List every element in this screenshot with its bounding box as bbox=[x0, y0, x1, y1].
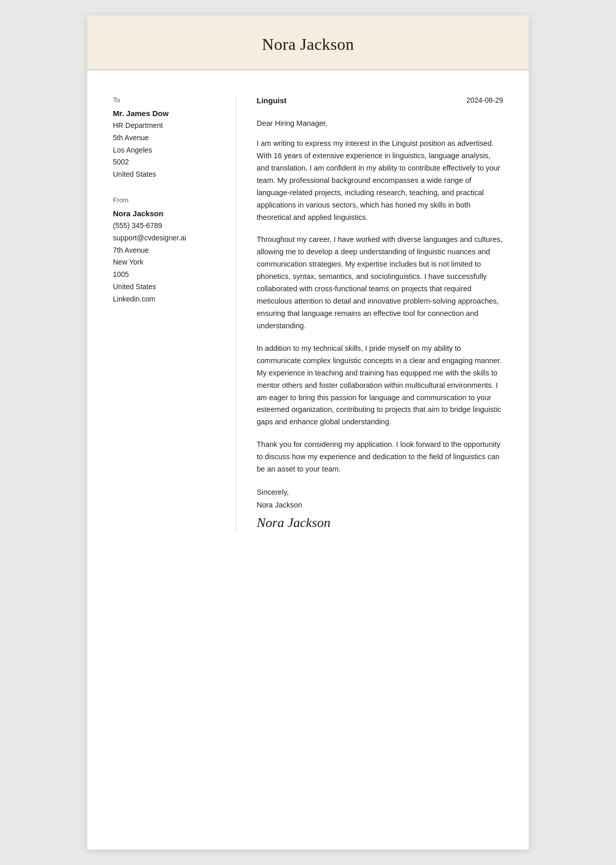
job-title: Linguist bbox=[257, 96, 286, 105]
address-line-5: United States bbox=[113, 168, 220, 181]
sender-street: 7th Avenue bbox=[113, 245, 220, 257]
body-paragraph-2: Throughout my career, I have worked with… bbox=[257, 234, 503, 332]
sender-linkedin: Linkedin.com bbox=[113, 293, 220, 306]
body-paragraph-4: Thank you for considering my application… bbox=[257, 439, 503, 476]
sender-details: (555) 345-6789 support@cvdesigner.ai 7th… bbox=[113, 220, 220, 306]
recipient-address: HR Department 5th Avenue Los Angeles 500… bbox=[113, 120, 220, 181]
to-section: To Mr. James Dow HR Department 5th Avenu… bbox=[113, 96, 220, 181]
from-label: From bbox=[113, 196, 220, 204]
right-column: Linguist 2024-08-29 Dear Hiring Manager,… bbox=[236, 96, 529, 531]
address-line-4: 5002 bbox=[113, 156, 220, 168]
to-label: To bbox=[113, 96, 220, 104]
sender-postal: 1005 bbox=[113, 269, 220, 281]
signature: Nora Jackson bbox=[257, 515, 503, 531]
letter-date: 2024-08-29 bbox=[466, 96, 503, 104]
cover-letter-page: Nora Jackson To Mr. James Dow HR Departm… bbox=[87, 15, 529, 850]
closing-name: Nora Jackson bbox=[257, 499, 503, 512]
closing-block: Sincerely, Nora Jackson bbox=[257, 486, 503, 511]
from-section: From Nora Jackson (555) 345-6789 support… bbox=[113, 196, 220, 306]
sender-email: support@cvdesigner.ai bbox=[113, 232, 220, 245]
address-line-3: Los Angeles bbox=[113, 144, 220, 157]
applicant-name: Nora Jackson bbox=[108, 35, 508, 54]
address-line-1: HR Department bbox=[113, 120, 220, 132]
body-paragraph-1: I am writing to express my interest in t… bbox=[257, 138, 503, 223]
sender-name: Nora Jackson bbox=[113, 209, 220, 218]
closing-word: Sincerely, bbox=[257, 486, 503, 499]
page-header: Nora Jackson bbox=[87, 15, 529, 70]
job-title-row: Linguist 2024-08-29 bbox=[257, 96, 503, 105]
letter-content: To Mr. James Dow HR Department 5th Avenu… bbox=[87, 70, 529, 556]
address-line-2: 5th Avenue bbox=[113, 132, 220, 144]
sender-city: New York bbox=[113, 256, 220, 269]
sender-country: United States bbox=[113, 281, 220, 293]
body-paragraph-3: In addition to my technical skills, I pr… bbox=[257, 343, 503, 428]
salutation: Dear Hiring Manager, bbox=[257, 119, 503, 127]
sender-phone: (555) 345-6789 bbox=[113, 220, 220, 232]
left-column: To Mr. James Dow HR Department 5th Avenu… bbox=[87, 96, 236, 531]
recipient-name: Mr. James Dow bbox=[113, 109, 220, 118]
